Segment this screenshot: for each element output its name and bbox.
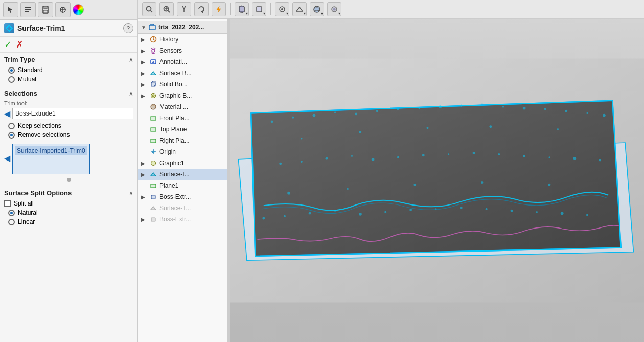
tree-root-item[interactable]: ▼ trts_2022_202... [138,21,227,34]
tree-arrow: ▶ [141,217,147,222]
svg-point-90 [460,207,463,209]
svg-point-101 [287,192,290,195]
lightning-btn[interactable] [212,2,226,16]
tree-label-solid-bodies: Solid Bo... [159,81,188,88]
tree-arrow: ▶ [141,82,147,87]
history-icon [149,35,157,43]
radio-mutual-label: Mutual [18,76,36,83]
tree-item-top-plane[interactable]: ▶ Top Plane [138,124,227,135]
tree-label-origin: Origin [159,148,176,155]
tree-item-surface-trim[interactable]: ▶ Surface-T... [138,202,227,214]
tree-label-annotations: Annotati... [159,58,187,65]
orientation-btn[interactable] [292,2,307,16]
svg-point-100 [557,128,559,130]
tree-item-boss-extrude2[interactable]: ▶ Boss-Extr... [138,214,227,225]
tree-label-surface-imported: Surface-I... [159,171,190,178]
tree-item-graphic1[interactable]: ▶ Graphic1 [138,157,227,169]
toolbar-color-btn[interactable] [73,4,84,15]
root-icon [148,23,156,31]
annotations-icon: A [149,58,157,66]
radio-keep-circle [8,123,15,129]
svg-point-99 [489,125,492,128]
list-scroll-indicator [4,177,133,183]
radio-mutual[interactable]: Mutual [8,76,133,83]
display-style-btn[interactable] [310,2,324,16]
tree-item-plane1[interactable]: ▶ Plane1 [138,180,227,191]
radio-linear[interactable]: Linear [4,218,133,225]
selections-section: Selections ∧ Trim tool: ◀ Keep selection… [0,86,137,186]
tree-item-history[interactable]: ▶ History [138,34,227,45]
svg-point-71 [351,155,353,157]
radio-standard[interactable]: Standard [8,66,133,74]
toolbar-save-btn[interactable] [38,2,53,17]
selections-title: Selections [4,89,37,97]
svg-rect-40 [151,139,156,143]
toolbar-select-btn[interactable] [3,2,18,17]
svg-point-64 [544,108,546,110]
svg-point-75 [448,153,449,155]
tree-label-top-plane: Top Plane [159,126,187,133]
cancel-button[interactable]: ✗ [16,39,24,50]
checkbox-split-all[interactable]: Split all [4,200,133,207]
extra-btn[interactable] [327,2,341,16]
tree-item-surface-bodies[interactable]: ▶ Surface B... [138,67,227,79]
svg-rect-45 [151,184,156,188]
svg-line-30 [153,39,155,40]
trim-tool-arrow-icon: ◀ [4,109,10,119]
surface-split-header: Surface Split Options ∧ [4,189,133,197]
radio-remove[interactable]: Remove selections [8,131,133,139]
feature-tree: ▼ trts_2022_202... ▶ History ▶ [138,19,227,342]
toolbar-properties-btn[interactable] [20,2,36,17]
trim-tool-row: ◀ [4,108,133,119]
radio-remove-label: Remove selections [18,131,70,139]
tree-item-surface-imported[interactable]: ▶ Surface-I... [138,169,227,180]
tree-arrow: ▶ [141,172,147,177]
zoom-btn[interactable] [159,2,174,16]
svg-point-82 [262,217,265,220]
ok-button[interactable]: ✓ [4,39,12,50]
surface-list[interactable]: Surface-Imported1-Trim0 [12,144,90,174]
radio-natural-circle [8,210,15,216]
trim-type-collapse[interactable]: ∧ [129,56,133,63]
radio-keep[interactable]: Keep selections [8,122,133,129]
radio-natural[interactable]: Natural [4,209,133,216]
selections-collapse[interactable]: ∧ [129,90,133,97]
trim-type-title: Trim Type [4,56,35,63]
cut-btn[interactable] [177,2,191,16]
svg-point-97 [359,131,361,133]
tree-item-annotations[interactable]: ▶ A Annotati... [138,56,227,67]
display-box1-btn[interactable] [235,2,249,16]
tree-item-front-plane[interactable]: ▶ Front Pla... [138,112,227,124]
display-box2-btn[interactable] [252,2,266,16]
svg-point-91 [486,208,488,210]
toolbar-crosshair-btn[interactable] [55,2,71,17]
tree-item-graphic-bodies[interactable]: ▶ Graphic B... [138,90,227,101]
trim-type-header: Trim Type ∧ [4,56,133,63]
svg-point-10 [147,7,151,11]
rotate-btn[interactable] [194,2,209,16]
tree-item-origin[interactable]: ▶ Origin [138,146,227,157]
svg-point-79 [548,156,550,158]
tree-item-material[interactable]: ▶ Material ... [138,101,227,112]
graphic-bodies-icon [149,92,157,100]
svg-point-83 [284,215,286,217]
3d-viewport[interactable] [230,19,644,342]
search-btn[interactable] [142,2,156,16]
svg-point-102 [347,188,349,190]
radio-keep-label: Keep selections [18,122,61,129]
keep-remove-options: Keep selections Remove selections [4,122,133,139]
trim-tool-label: Trim tool: [4,100,133,106]
tree-item-solid-bodies[interactable]: ▶ Solid Bo... [138,79,227,90]
view-btn[interactable] [275,2,289,16]
top-toolbar [138,0,644,19]
tree-item-sensors[interactable]: ▶ Sensors [138,45,227,56]
svg-rect-34 [151,83,155,86]
trim-tool-input[interactable] [12,108,133,119]
help-button[interactable]: ? [123,23,133,33]
surface-split-collapse[interactable]: ∧ [129,190,133,197]
svg-point-22 [281,8,283,10]
surface-list-item: Surface-Imported1-Trim0 [15,146,87,155]
toolbar-sep-1 [230,3,231,15]
tree-item-boss-extrude1[interactable]: ▶ Boss-Extr... [138,191,227,202]
tree-item-right-plane[interactable]: ▶ Right Pla... [138,135,227,146]
